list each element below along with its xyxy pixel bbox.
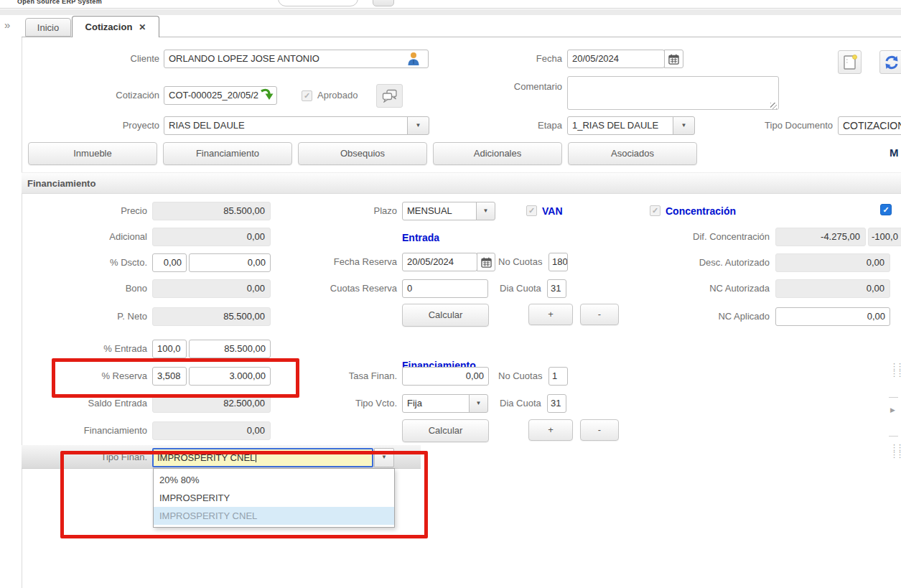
dia-cuota-finan-input[interactable]: 31 xyxy=(547,394,566,413)
dif-concentracion-label: Dif. Concentración xyxy=(632,228,770,246)
splitter-grip-icon[interactable]: ⋮⋮⋮⋮ xyxy=(890,363,901,377)
lookup-green-arrow-icon[interactable] xyxy=(260,88,274,101)
etapa-dropdown-button[interactable] xyxy=(673,116,695,135)
proyecto-select[interactable]: RIAS DEL DAULE xyxy=(164,116,408,135)
refresh-icon xyxy=(884,55,900,70)
dif-concentracion-pct-field: -100,0 xyxy=(868,228,901,246)
add-row-entrada-button[interactable]: + xyxy=(528,304,573,325)
refresh-button[interactable] xyxy=(879,50,901,74)
new-document-icon xyxy=(843,55,857,70)
bono-field: 0,00 xyxy=(152,279,271,298)
nc-aplicado-label: NC Aplicado xyxy=(632,307,770,326)
plazo-dropdown-button[interactable] xyxy=(476,202,495,220)
remove-row-finan-button[interactable]: - xyxy=(580,419,619,441)
van-label: VAN xyxy=(542,202,563,220)
toolbar-button[interactable] xyxy=(373,0,394,6)
calendar-icon xyxy=(668,54,679,65)
financiamiento-monto-label: Financiamiento xyxy=(22,421,147,440)
add-row-finan-button[interactable]: + xyxy=(528,419,573,441)
no-cuotas-entrada-input[interactable]: 180 xyxy=(548,253,568,271)
entrada-val-input[interactable]: 85.500,00 xyxy=(189,340,271,358)
tab-cotizacion[interactable]: Cotizacion✕ xyxy=(72,16,159,37)
splitter-grip-icon[interactable]: ⋮⋮⋮⋮ xyxy=(890,444,901,458)
button-inmueble[interactable]: Inmueble xyxy=(28,142,157,165)
app-logo: Open Source ERP System xyxy=(17,0,102,5)
dscto-pct-input[interactable]: 0,00 xyxy=(152,253,187,272)
global-search-input[interactable] xyxy=(278,0,358,6)
cuotas-reserva-label: Cuotas Reserva xyxy=(286,279,397,298)
dropdown-option-1[interactable]: 20% 80% xyxy=(154,471,394,489)
button-financiamiento[interactable]: Financiamiento xyxy=(163,142,292,165)
proyecto-dropdown-button[interactable] xyxy=(407,116,429,135)
remove-row-entrada-button[interactable]: - xyxy=(580,304,619,325)
entrada-pct-input[interactable]: 100,0 xyxy=(152,340,187,358)
reserva-pct-input[interactable]: 3,508 xyxy=(152,367,187,386)
fecha-field[interactable]: 20/05/2024 xyxy=(567,50,665,68)
plazo-select[interactable]: MENSUAL xyxy=(402,202,477,220)
tasa-finan-label: Tasa Finan. xyxy=(286,367,397,386)
tipo-vcto-dropdown-button[interactable] xyxy=(469,394,488,413)
desc-autorizado-label: Desc. Autorizado xyxy=(632,253,770,272)
cliente-field[interactable]: ORLANDO LOPEZ JOSE ANTONIO xyxy=(164,50,429,68)
text-cursor xyxy=(256,452,256,462)
comentario-textarea[interactable] xyxy=(567,76,779,110)
calcular-finan-button[interactable]: Calcular xyxy=(402,419,489,442)
splitter-divider xyxy=(889,397,898,398)
calcular-entrada-button[interactable]: Calcular xyxy=(402,304,489,327)
tab-cotizacion-label: Cotizacion xyxy=(85,22,133,32)
top-toolbar: Open Source ERP System xyxy=(0,0,901,9)
precio-label: Precio xyxy=(22,202,147,220)
tipo-vcto-label: Tipo Vcto. xyxy=(286,394,397,413)
adicional-field: 0,00 xyxy=(152,228,271,246)
tipo-documento-label: Tipo Documento xyxy=(731,116,833,135)
fecha-reserva-field[interactable]: 20/05/2024 xyxy=(402,253,477,271)
button-obsequios[interactable]: Obsequios xyxy=(298,142,427,165)
tab-close-icon[interactable]: ✕ xyxy=(139,22,146,32)
tipo-finan-dropdown-button[interactable] xyxy=(374,448,394,467)
comentario-label: Comentario xyxy=(459,78,562,96)
fecha-reserva-calendar-button[interactable] xyxy=(477,253,495,271)
dscto-val-input[interactable]: 0,00 xyxy=(189,253,271,272)
etapa-select[interactable]: 1_RIAS DEL DAULE xyxy=(567,116,673,135)
button-adicionales[interactable]: Adicionales xyxy=(433,142,562,165)
tasa-finan-input[interactable]: 0,00 xyxy=(402,367,489,386)
chat-bubbles-icon xyxy=(382,89,398,103)
concentracion-checkbox[interactable] xyxy=(650,205,660,216)
textarea-resize-handle[interactable] xyxy=(770,103,777,109)
concentracion-label: Concentración xyxy=(666,202,736,220)
cuotas-reserva-input[interactable]: 0 xyxy=(402,279,488,298)
dropdown-option-2[interactable]: IMPROSPERITY xyxy=(154,489,394,507)
comments-button[interactable] xyxy=(376,84,403,108)
no-cuotas-entrada-label: No Cuotas xyxy=(498,253,547,271)
dia-cuota-entrada-input[interactable]: 31 xyxy=(547,279,566,298)
aprobado-checkbox[interactable] xyxy=(302,90,312,101)
tipo-finan-value: IMPROSPERITY CNEL xyxy=(157,452,255,463)
dropdown-option-3-highlighted[interactable]: IMPROSPERITY CNEL xyxy=(154,507,394,525)
clipped-text-m: M xyxy=(890,146,899,159)
splitter-divider xyxy=(889,436,898,437)
tipo-finan-label: Tipo Finan. xyxy=(22,448,147,467)
new-record-button[interactable] xyxy=(838,50,862,74)
nc-aplicado-input[interactable]: 0,00 xyxy=(775,307,890,326)
fecha-reserva-label: Fecha Reserva xyxy=(286,253,397,271)
button-asociados[interactable]: Asociados xyxy=(568,142,697,165)
sidebar-expand-button[interactable]: » xyxy=(4,19,10,31)
flag-checkbox-checked[interactable] xyxy=(880,204,892,215)
fecha-calendar-button[interactable] xyxy=(664,50,683,68)
entrada-section-header: Entrada xyxy=(402,228,439,247)
tipo-documento-field[interactable]: COTIZACION xyxy=(838,116,901,135)
tipo-vcto-select[interactable]: Fija xyxy=(402,394,470,413)
customer-person-icon[interactable] xyxy=(407,52,420,66)
aprobado-label: Aprobado xyxy=(317,86,368,105)
fecha-label: Fecha xyxy=(459,50,562,68)
tab-inicio[interactable]: Inicio xyxy=(25,18,71,37)
calendar-icon xyxy=(481,257,492,268)
splitter-expand-arrow-icon[interactable]: ▶ xyxy=(890,406,895,414)
tipo-finan-combobox[interactable]: IMPROSPERITY CNEL xyxy=(152,448,373,467)
saldo-entrada-label: Saldo Entrada xyxy=(22,394,147,413)
van-checkbox[interactable] xyxy=(526,205,537,216)
reserva-val-input[interactable]: 3.000,00 xyxy=(189,367,271,386)
reserva-pct-label: % Reserva xyxy=(22,367,147,386)
proyecto-label: Proyecto xyxy=(43,116,159,135)
no-cuotas-finan-input[interactable]: 1 xyxy=(548,367,568,386)
